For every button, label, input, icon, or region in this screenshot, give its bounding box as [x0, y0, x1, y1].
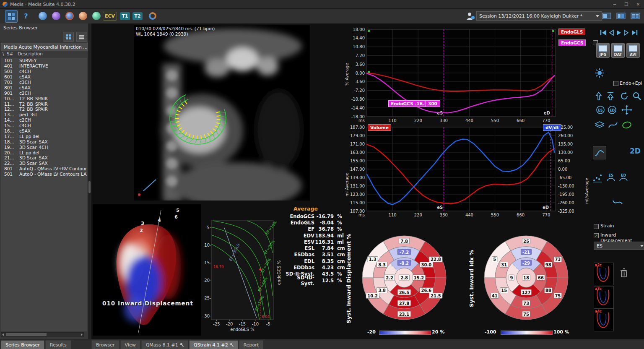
app-icon-1[interactable] [37, 10, 49, 22]
series-row[interactable]: 17...LL pp del [1, 133, 87, 139]
series-row[interactable]: 11...T2_BB_SPAIR [1, 101, 87, 107]
horizontal-scrollbar[interactable] [1, 332, 84, 337]
bullseye-inward-idx[interactable]: 25737575415-219888731531-2966127918 [480, 231, 573, 324]
series-row[interactable]: 601cSAX [1, 74, 87, 80]
series-row[interactable]: 14...c2CH [1, 117, 87, 123]
app-icon-ecv[interactable]: ECV [104, 10, 116, 22]
zoom-button[interactable] [632, 91, 641, 101]
es-phase-button[interactable]: ES [595, 105, 605, 115]
study-tab[interactable]: Medis Acute Myocardial Infarction ... [1, 43, 89, 51]
ef-plot[interactable]: EF=10%EF=20%EF=30%EF=40%EF=50%EF=-3GLS-1… [204, 217, 288, 340]
app-icon-2[interactable] [50, 10, 62, 22]
es-markers-button[interactable]: ES [605, 173, 616, 183]
app-tab-view[interactable]: View [120, 340, 140, 349]
prev-frame-button[interactable] [608, 29, 615, 36]
series-row[interactable]: 18...3D Scar_SAX [1, 139, 87, 144]
window-level-button[interactable] [595, 68, 605, 78]
series-row[interactable]: 20...LL pp del [1, 150, 87, 155]
close-button[interactable]: ✕ [632, 0, 644, 8]
delete-button[interactable] [619, 268, 629, 279]
bullseye-inward-displacement[interactable]: 7.822.821.523.110.21.3-7.230.026.627.83.… [358, 231, 451, 324]
scatter-view-button[interactable] [592, 173, 603, 183]
app-tab-qstrain-4-1-2[interactable]: QStrain 4.1 #2 [189, 340, 238, 349]
thumbnail-a4c[interactable]: a4c [594, 309, 614, 331]
app-icon-t2[interactable]: T2 [132, 10, 143, 22]
thumbnail-view-button[interactable] [63, 32, 74, 42]
series-row[interactable]: 22...3D Scar_SAX [1, 161, 87, 166]
series-row[interactable]: 16...cSAX [1, 128, 87, 134]
series-row[interactable]: 12...T2_BB_SPAIR [1, 107, 87, 112]
endo-epi-checkbox[interactable] [613, 81, 618, 86]
app-icon-5[interactable] [91, 10, 102, 22]
scroll-right-icon[interactable] [81, 333, 83, 336]
layers-button[interactable] [595, 121, 605, 129]
app-icon-3[interactable] [64, 10, 75, 22]
series-row[interactable]: 15...c4CH [1, 123, 87, 128]
panel-tab-series-browser[interactable]: Series Browser [1, 340, 44, 349]
series-list-header[interactable]: \ S# Description [1, 51, 87, 58]
session-select[interactable]: Session 13/12/2021 16:00 Kayleigh Dukker… [476, 11, 602, 21]
series-row[interactable]: 501AutoQ - QMass LV Contours LAX ... [1, 172, 87, 177]
series-row[interactable]: 13...perf_3sl [1, 112, 87, 117]
thumbnail-a2c[interactable]: a2c [594, 263, 614, 285]
legend-endogcs[interactable]: EndoGCS [558, 39, 586, 46]
play-button[interactable] [615, 29, 622, 36]
volume-badge[interactable]: Volume [368, 124, 391, 131]
splitter-handle[interactable] [88, 181, 91, 193]
description-column-header[interactable]: Description [18, 51, 43, 58]
series-row[interactable]: 401INTERACTIVE [1, 63, 87, 69]
panel-tab-results[interactable]: Results [45, 340, 71, 349]
strain-curve-button[interactable] [612, 198, 623, 207]
phase-select[interactable]: ES [594, 242, 644, 250]
volume-chart[interactable]: 187.00179.00171.00163.00155.00147.00139.… [349, 122, 592, 225]
ed-phase-button[interactable]: ED [607, 105, 617, 115]
last-frame-button[interactable] [631, 29, 638, 36]
redetect-contours-button[interactable] [620, 91, 629, 101]
series-row[interactable]: 21...3D Scar_SAX [1, 155, 87, 161]
strain-chart[interactable]: 18.0014.4010.807.203.600.00-3.60-7.20-10… [349, 24, 588, 126]
app-icon-t1[interactable]: T1 [119, 10, 131, 22]
inward-displacement-checkbox[interactable]: ✓ [594, 233, 599, 238]
ed-markers-button[interactable]: ED [618, 173, 629, 183]
series-row[interactable]: 10...T2_BB_SPAIR [1, 96, 87, 101]
help-button[interactable]: ? [20, 10, 32, 22]
list-view-button[interactable] [76, 32, 87, 42]
series-row[interactable]: 801AutoQ - QMass LV+RV Contours [1, 166, 87, 172]
maximize-button[interactable]: ❐ [621, 0, 632, 8]
series-row[interactable]: 101SURVEY [1, 58, 87, 63]
series-row[interactable]: 901c2CH [1, 90, 87, 96]
mri-viewport[interactable]: 010/30 028/0252/840 ms. (71 bpm) WL 1064… [134, 25, 310, 201]
scroll-left-icon[interactable] [2, 333, 4, 336]
next-frame-button[interactable] [623, 29, 630, 36]
series-row[interactable]: 701c3CH [1, 80, 87, 85]
view-2d-button[interactable]: 2D [630, 147, 641, 155]
app-icon-4[interactable] [77, 10, 89, 22]
series-row[interactable]: 19...3D Scar_4CH [1, 144, 87, 150]
draw-curve-button[interactable] [608, 121, 618, 129]
app-tab-browser[interactable]: Browser [91, 340, 119, 349]
ellipse-roi-button[interactable] [621, 121, 632, 129]
app-tab-report[interactable]: Report [239, 340, 263, 349]
move-axis-button[interactable] [621, 105, 632, 115]
first-frame-button[interactable] [600, 29, 607, 36]
layout-dual-button[interactable] [615, 10, 627, 22]
app-tab-qmass-8-1-1[interactable]: QMass 8.1 #1 [141, 340, 188, 349]
layout-single-button[interactable] [600, 10, 613, 22]
graph-view-button[interactable] [593, 146, 606, 159]
panel-splitter[interactable] [88, 23, 91, 339]
series-row[interactable]: 801cSAX [1, 85, 87, 90]
series-row[interactable]: 501c4CH [1, 69, 87, 74]
propagate-forward-button[interactable] [595, 91, 603, 101]
propagate-all-button[interactable] [606, 91, 615, 101]
strain-checkbox[interactable] [594, 224, 599, 229]
export-dat-button[interactable]: DAT [611, 43, 625, 58]
export-avi-button[interactable]: AVI [626, 43, 640, 58]
layout-grid-button[interactable] [629, 10, 641, 22]
thumbnail-a3c[interactable]: a3c [594, 286, 614, 309]
medis-suite-home-button[interactable] [5, 10, 18, 23]
series-number-column-header[interactable]: S# [7, 51, 18, 58]
scrollbar-thumb[interactable] [6, 333, 47, 336]
legend-endogls[interactable]: EndoGLS [558, 29, 585, 35]
minimize-button[interactable]: ─ [609, 0, 621, 8]
export-jpg-button[interactable]: JPG [596, 43, 610, 58]
